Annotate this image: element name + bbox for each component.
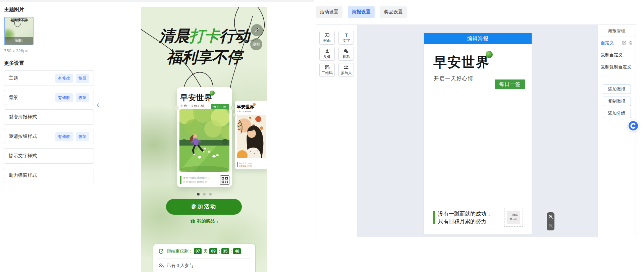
- editor-canvas: 编辑海报 早安世界 开启一天好心情 每日一签 没有一蹴而就的成功， 只有日积月累…: [358, 25, 597, 237]
- poster-being-edited[interactable]: 编辑海报 早安世界 开启一天好心情 每日一签 没有一蹴而就的成功， 只有日积月累…: [424, 33, 532, 234]
- title-line2: 福利享不停: [167, 48, 242, 66]
- my-prizes-label: 我的奖品: [197, 218, 215, 224]
- poster-footer: 每天进步一点点， 未来成就大不同: [237, 162, 254, 168]
- image-size-label: 750 x 326px: [4, 48, 93, 53]
- activity-phone-preview: 清晨打卡行动 福利享不停 规则 早安世界 开启一天好心情 每日一签: [141, 7, 267, 272]
- alarm-clock-icon: [158, 249, 164, 254]
- poster-quote: 每天进步一点点， 未来成就大不同: [239, 162, 254, 168]
- join-activity-button[interactable]: 参加活动: [166, 199, 242, 215]
- setting-label: 助力弹窗样式: [9, 172, 37, 178]
- countdown-card: 距结束仅剩： 07 天 09 : 35 : 48 已有 0 人参与: [153, 243, 256, 272]
- poster-quote-element[interactable]: 没有一蹴而就的成功， 只有日积月累的努力: [433, 210, 492, 225]
- poster-footer: 没有一蹴而就的成功， 只有日积月累的努力: [180, 175, 229, 185]
- carousel-dot[interactable]: [197, 193, 200, 196]
- tab-prize-settings[interactable]: 奖品设置: [380, 6, 407, 18]
- activity-title: 清晨打卡行动 福利享不停: [141, 25, 267, 68]
- customer-service-button[interactable]: [628, 120, 639, 131]
- countdown-day-unit: 天: [203, 248, 208, 254]
- zoom-in-icon[interactable]: [548, 214, 553, 220]
- tool-label: 文字: [342, 38, 350, 43]
- title-prefix: 清晨: [159, 27, 189, 45]
- tool-label: 封面: [323, 38, 331, 43]
- edit-icon[interactable]: [622, 41, 626, 45]
- countdown-label: 距结束仅剩：: [167, 248, 193, 254]
- poster-manage-panel: 海报管理 自定义 复制自定义: [597, 25, 636, 237]
- qrcode-placeholder[interactable]: 二维码 展示区: [504, 208, 523, 227]
- poster-card-next[interactable]: 早安世界 开启一天好心情: [235, 101, 267, 169]
- thumbnail-edit-button[interactable]: 编辑: [5, 37, 33, 45]
- tool-label: 头像: [323, 54, 331, 59]
- quote-line2: 只有日积月累的努力: [438, 219, 486, 224]
- countdown-hours: 09: [209, 248, 217, 254]
- canvas-zoom-control: [547, 212, 554, 230]
- poster-subtitle: 开启一天好心情: [237, 110, 267, 113]
- add-group-button[interactable]: 添加分组: [603, 109, 631, 118]
- setting-row-fission-poster-style[interactable]: 裂变海报样式: [4, 109, 94, 125]
- avatar-icon: [325, 48, 330, 54]
- my-prizes-link[interactable]: 我的奖品 ›: [141, 218, 267, 224]
- tool-text[interactable]: T 文字: [338, 31, 354, 45]
- modified-button[interactable]: 有修改: [55, 132, 73, 141]
- poster-quote: 没有一蹴而就的成功， 只有日积月累的努力: [183, 176, 220, 184]
- setting-row-assist-popup-style[interactable]: 助力弹窗样式: [4, 168, 94, 183]
- settings-tabs: 活动设置 海报设置 奖品设置: [316, 6, 412, 18]
- poster-title: 早安世界: [180, 93, 212, 103]
- settings-sidebar: 主题图片 福利享不停 编辑 750 x 326px 更多设置 主题 有修改 恢复…: [0, 2, 97, 272]
- countdown-days: 07: [194, 248, 202, 254]
- poster-editor: 封面 T 文字 头像: [316, 24, 636, 237]
- tool-qrcode[interactable]: 二维码: [319, 63, 335, 77]
- tab-poster-settings[interactable]: 海报设置: [348, 6, 375, 18]
- quote-line2: 只有日积月累的努力: [183, 180, 207, 183]
- poster-item-copy-custom[interactable]: 复制自定义: [598, 49, 636, 61]
- countdown-separator: :: [230, 249, 232, 254]
- setting-row-hint-text-style[interactable]: 提示文字样式: [4, 148, 94, 164]
- carousel-dot[interactable]: [209, 193, 212, 196]
- cover-image-icon: [324, 32, 330, 38]
- quote-bar-decoration: [237, 162, 238, 167]
- delete-icon[interactable]: [629, 41, 633, 45]
- modified-button[interactable]: 有修改: [55, 74, 73, 83]
- poster-item-label: 复制复制自定义: [601, 64, 631, 70]
- poster-item-copy-copy-custom[interactable]: 复制复制自定义: [598, 61, 636, 73]
- restore-button[interactable]: 恢复: [76, 93, 89, 102]
- daily-sign-badge-element[interactable]: 每日一签: [495, 79, 525, 89]
- tool-label: 昵称: [342, 54, 350, 59]
- qrcode-icon: [325, 64, 330, 70]
- title-highlight: 打卡: [189, 27, 219, 45]
- zoom-out-icon[interactable]: [548, 223, 553, 229]
- title-suffix: 行动: [219, 27, 250, 45]
- music-off-icon: [254, 27, 260, 34]
- setting-label: 邀请按钮样式: [9, 133, 37, 140]
- poster-card-main[interactable]: 早安世界 开启一天好心情 每日一签: [177, 87, 232, 187]
- countdown-minutes: 35: [221, 248, 229, 254]
- setting-row-theme[interactable]: 主题 有修改 恢复: [4, 70, 94, 86]
- sidebar-collapse-icon[interactable]: ‹: [97, 101, 99, 109]
- tool-participants[interactable]: 参与人: [338, 63, 354, 77]
- add-poster-button[interactable]: 添加海报: [603, 85, 631, 94]
- music-toggle-button[interactable]: [251, 24, 263, 36]
- setting-row-background[interactable]: 背景 有修改 恢复: [4, 90, 94, 105]
- rules-button[interactable]: 规则: [250, 38, 262, 50]
- modified-button[interactable]: 有修改: [55, 93, 73, 102]
- poster-editor-header[interactable]: 编辑海报: [424, 33, 532, 44]
- quote-bar-decoration: [180, 176, 181, 184]
- carousel-dot[interactable]: [203, 193, 206, 196]
- poster-item-label: 复制自定义: [601, 52, 623, 58]
- nickname-bubbles-icon: [343, 48, 349, 54]
- text-icon: T: [345, 33, 348, 38]
- poster-title-element[interactable]: 早安世界: [433, 53, 490, 71]
- poster-item-custom[interactable]: 自定义: [598, 37, 636, 49]
- theme-image-thumbnail[interactable]: 福利享不停 编辑: [4, 17, 34, 45]
- qr-placeholder-line2: 展示区: [509, 217, 518, 221]
- tab-activity-settings[interactable]: 活动设置: [316, 6, 342, 18]
- copy-poster-button[interactable]: 复制海报: [603, 97, 631, 106]
- rules-label: 规则: [252, 42, 260, 47]
- setting-row-invite-button-style[interactable]: 邀请按钮样式 有修改 恢复: [4, 129, 94, 144]
- participants-icon: [343, 64, 349, 70]
- chevron-right-icon: ›: [217, 219, 218, 223]
- restore-button[interactable]: 恢复: [76, 74, 89, 83]
- tool-nickname[interactable]: 昵称: [338, 47, 354, 61]
- restore-button[interactable]: 恢复: [76, 132, 89, 141]
- tool-cover[interactable]: 封面: [319, 31, 335, 45]
- tool-avatar[interactable]: 头像: [319, 47, 335, 61]
